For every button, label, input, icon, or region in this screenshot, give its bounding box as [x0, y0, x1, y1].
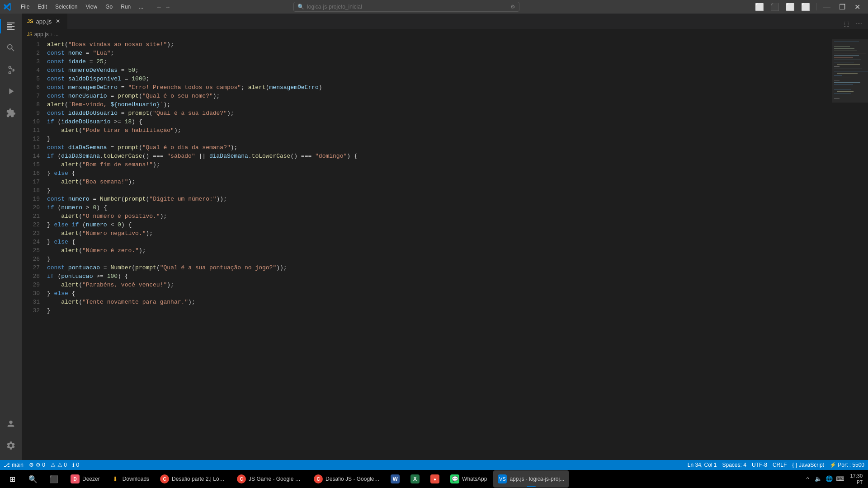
svg-rect-13 — [834, 69, 862, 69]
activity-extensions[interactable] — [0, 102, 22, 124]
activity-run-debug[interactable] — [0, 80, 22, 102]
excel-icon: X — [410, 474, 420, 483]
svg-rect-5 — [834, 51, 857, 51]
line-endings[interactable]: CRLF — [773, 462, 787, 468]
git-branch[interactable]: ⎇main — [4, 462, 24, 468]
svg-rect-25 — [837, 96, 855, 96]
start-button[interactable]: ⊞ — [4, 470, 21, 488]
code-line: alert("Número é zero."); — [45, 246, 832, 255]
activity-accounts[interactable] — [0, 413, 22, 435]
menu-edit[interactable]: Edit — [34, 3, 51, 11]
close-button[interactable]: ✕ — [851, 0, 864, 14]
menu-view[interactable]: View — [82, 3, 101, 11]
code-line: const numeroDeVendas = 50; — [45, 66, 832, 75]
layout-toggle-1[interactable]: ⬜ — [753, 0, 766, 14]
code-editor[interactable]: 1234567891011121314151617181920212223242… — [22, 39, 868, 460]
layout-toggle-4[interactable]: ⬜ — [799, 0, 812, 14]
svg-rect-12 — [834, 66, 840, 67]
nav-forward[interactable]: → — [165, 4, 170, 10]
split-editor-button[interactable]: ⬚ — [841, 18, 852, 29]
chrome-icon-3: C — [314, 474, 323, 483]
chrome-icon-1: C — [160, 474, 169, 483]
activity-bottom — [0, 413, 22, 460]
svg-rect-4 — [834, 48, 854, 49]
activity-settings[interactable] — [0, 435, 22, 456]
activity-explorer[interactable] — [0, 15, 22, 37]
taskbar-app-word[interactable]: W — [386, 470, 404, 488]
search-button[interactable]: 🔍 — [24, 470, 42, 488]
errors-count[interactable]: ⚙⚙ 0 — [29, 462, 45, 468]
tray-keyboard[interactable]: ⌨ — [835, 474, 844, 483]
code-line: } — [45, 306, 832, 315]
tray-network[interactable]: 🌐 — [825, 474, 834, 483]
tray-volume[interactable]: 🔈 — [814, 474, 823, 483]
layout-toggle-2[interactable]: ⬛ — [768, 0, 782, 14]
svg-rect-24 — [834, 94, 851, 94]
menu-go[interactable]: Go — [102, 3, 116, 11]
menu-more[interactable]: ... — [135, 3, 147, 11]
taskbar: ⊞ 🔍 ⬛ D Deezer ⬇ Downloads C Desafio par… — [0, 470, 868, 488]
code-line: const diaDaSemana = prompt("Qual é o dia… — [45, 143, 832, 152]
search-bar[interactable]: 🔍 ⚙ — [293, 2, 519, 12]
code-content[interactable]: alert("Boas vindas ao nosso site!");cons… — [45, 39, 832, 460]
menu-file[interactable]: File — [17, 3, 33, 11]
editor-area: JS app.js ✕ ⬚ ⋯ JS app.js › ... 12345678… — [22, 14, 868, 460]
svg-rect-2 — [834, 44, 852, 44]
code-line: alert("Boas vindas ao nosso site!"); — [45, 40, 832, 49]
svg-rect-19 — [834, 82, 860, 83]
cursor-position[interactable]: Ln 34, Col 1 — [688, 462, 717, 468]
code-line: const saldoDisponivel = 1000; — [45, 75, 832, 83]
svg-point-0 — [9, 421, 12, 424]
svg-rect-18 — [834, 80, 840, 80]
breadcrumb-filename: app.js — [34, 31, 49, 38]
taskbar-app-excel[interactable]: X — [406, 470, 424, 488]
code-line: alert("Parabéns, você venceu!"); — [45, 281, 832, 289]
taskbar-clock[interactable]: 17:30 PT — [848, 472, 864, 486]
info-count[interactable]: ℹ 0 — [72, 462, 79, 468]
taskbar-app-jsgame[interactable]: C JS Game - Google Chr... — [232, 470, 307, 488]
taskbar-app-whatsapp[interactable]: 💬 WhatsApp — [446, 470, 491, 488]
file-encoding[interactable]: UTF-8 — [752, 462, 767, 468]
layout-toggle-3[interactable]: ⬜ — [783, 0, 797, 14]
status-right: Ln 34, Col 1 Spaces: 4 UTF-8 CRLF { } Ja… — [688, 462, 864, 468]
tab-appjs[interactable]: JS app.js ✕ — [22, 14, 67, 29]
code-line: alert("Número negativo."); — [45, 229, 832, 238]
language-mode[interactable]: { } JavaScript — [792, 462, 824, 468]
taskbar-app-deezer[interactable]: D Deezer — [66, 470, 104, 488]
taskbar-app-vscode[interactable]: VS app.js - logica-js-proj... — [493, 470, 569, 488]
svg-rect-8 — [834, 57, 853, 58]
maximize-button[interactable]: ❐ — [835, 0, 849, 14]
menu-selection[interactable]: Selection — [52, 3, 81, 11]
tab-close-button[interactable]: ✕ — [54, 18, 61, 25]
minimize-button[interactable]: — — [820, 0, 834, 14]
svg-rect-16 — [834, 75, 842, 76]
live-server-port[interactable]: ⚡ Port : 5500 — [830, 462, 864, 468]
code-line: const nome = "Lua"; — [45, 49, 832, 57]
code-line: const pontuacao = Number(prompt("Qual é … — [45, 263, 832, 272]
vscode-taskbar-icon: VS — [498, 474, 507, 483]
code-line: alert("Bom fim de semana!"); — [45, 160, 832, 169]
breadcrumb-sep: › — [51, 31, 52, 38]
search-input[interactable] — [307, 4, 508, 10]
taskbar-app-downloads[interactable]: ⬇ Downloads — [106, 470, 154, 488]
taskbar-app-desafiojs[interactable]: C Desafio JS - Google C... — [309, 470, 384, 488]
taskbar-app-app7[interactable]: ● — [426, 470, 444, 488]
svg-rect-15 — [837, 73, 858, 74]
tray-expand[interactable]: ^ — [803, 474, 812, 483]
nav-back[interactable]: ← — [156, 4, 162, 10]
indentation[interactable]: Spaces: 4 — [722, 462, 746, 468]
code-line: } else { — [45, 289, 832, 298]
more-actions-button[interactable]: ⋯ — [854, 18, 864, 29]
code-line: } else if (numero < 0) { — [45, 221, 832, 229]
titlebar: File Edit Selection View Go Run ... ← → … — [0, 0, 868, 14]
menu-run[interactable]: Run — [117, 3, 134, 11]
activity-search[interactable] — [0, 37, 22, 59]
code-line: } — [45, 255, 832, 263]
activity-bar — [0, 14, 22, 460]
warnings-count[interactable]: ⚠⚠ 0 — [51, 462, 67, 468]
taskbar-right: ^ 🔈 🌐 ⌨ 17:30 PT — [803, 472, 864, 486]
task-view-button[interactable]: ⬛ — [45, 470, 62, 488]
taskbar-app-desafio2[interactable]: C Desafio parte 2.| Lógi... — [156, 470, 231, 488]
svg-rect-10 — [834, 62, 854, 62]
activity-source-control[interactable] — [0, 59, 22, 80]
